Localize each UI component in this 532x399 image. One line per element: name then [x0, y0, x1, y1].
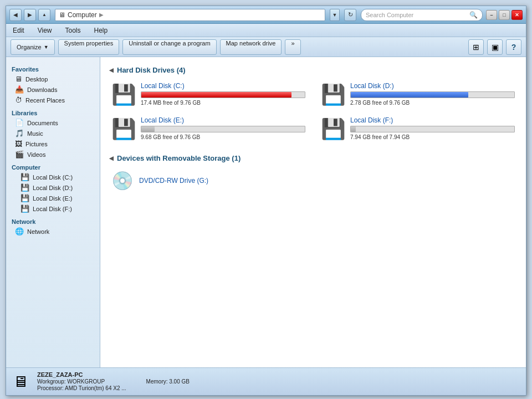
favorites-section: Favorites: [6, 64, 100, 74]
back-button[interactable]: ◀: [9, 9, 22, 21]
window-controls: – □ ✕: [486, 10, 523, 20]
search-icon: 🔍: [469, 11, 478, 19]
sidebar-item-d[interactable]: 💾 Local Disk (D:): [6, 182, 100, 193]
address-dropdown[interactable]: ▼: [330, 9, 340, 21]
sidebar-recent-label: Recent Places: [25, 97, 65, 104]
processor-info: Processor: AMD Turion(tm) 64 X2 ...: [37, 385, 126, 391]
menu-view[interactable]: View: [34, 25, 55, 35]
close-button[interactable]: ✕: [511, 10, 523, 20]
sidebar-downloads-label: Downloads: [27, 86, 57, 93]
help-button[interactable]: ?: [506, 39, 521, 55]
disk-e-bar: [141, 126, 155, 132]
sidebar-item-f[interactable]: 💾 Local Disk (F:): [6, 203, 100, 214]
disk-f-bar-wrap: [350, 126, 515, 132]
sidebar-item-e[interactable]: 💾 Local Disk (E:): [6, 193, 100, 203]
disk-c-item[interactable]: 💾 Local Disk (C:) 17.4 MB free of 9.76 G…: [109, 80, 308, 109]
dvd-item[interactable]: 💿 DVD/CD-RW Drive (G:): [109, 168, 517, 193]
disk-grid: 💾 Local Disk (C:) 17.4 MB free of 9.76 G…: [109, 80, 517, 143]
system-properties-button[interactable]: System properties: [58, 39, 120, 55]
sidebar-item-downloads[interactable]: 📥 Downloads: [6, 84, 100, 95]
disk-d-free: 2.78 GB free of 9.76 GB: [350, 100, 515, 106]
dvd-icon: 💿: [111, 170, 134, 191]
address-text: Computer: [68, 11, 97, 19]
sidebar-item-network[interactable]: 🌐 Network: [6, 226, 100, 237]
organize-arrow: ▼: [44, 44, 49, 50]
disk-e-item[interactable]: 💾 Local Disk (E:) 9.68 GB free of 9.76 G…: [109, 114, 308, 143]
disk-e-name: Local Disk (E:): [141, 116, 305, 124]
disk-e-info: Local Disk (E:) 9.68 GB free of 9.76 GB: [141, 116, 305, 140]
map-network-button[interactable]: Map network drive: [220, 39, 282, 55]
view-toggle-button[interactable]: ⊞: [468, 39, 484, 55]
sidebar-pictures-label: Pictures: [25, 141, 48, 147]
disk-d-info: Local Disk (D:) 2.78 GB free of 9.76 GB: [350, 82, 515, 106]
sidebar-item-desktop[interactable]: 🖥 Desktop: [6, 74, 100, 84]
sidebar-item-videos[interactable]: 🎬 Videos: [6, 149, 100, 160]
network-section: Network: [6, 216, 100, 226]
more-button[interactable]: »: [285, 39, 300, 55]
preview-button[interactable]: ▣: [487, 39, 503, 55]
libraries-section: Libraries: [6, 108, 100, 117]
videos-icon: 🎬: [15, 150, 24, 158]
menu-help[interactable]: Help: [91, 25, 111, 35]
main-area: Favorites 🖥 Desktop 📥 Downloads ⏱ Recent…: [6, 57, 526, 367]
hard-disk-arrow[interactable]: ◀: [109, 67, 114, 73]
sidebar-videos-label: Videos: [27, 151, 45, 158]
menubar: Edit View Tools Help: [6, 24, 526, 37]
disk-c-bar: [141, 92, 291, 98]
disk-f-item[interactable]: 💾 Local Disk (F:) 7.94 GB free of 7.94 G…: [319, 114, 517, 143]
sidebar: Favorites 🖥 Desktop 📥 Downloads ⏱ Recent…: [6, 57, 100, 367]
maximize-button[interactable]: □: [499, 10, 510, 20]
disk-c-name: Local Disk (C:): [141, 82, 305, 90]
search-bar[interactable]: Search Computer 🔍: [361, 9, 483, 21]
music-icon: 🎵: [15, 129, 24, 137]
sidebar-item-music[interactable]: 🎵 Music: [6, 128, 100, 139]
status-info: ZEZE_ZAZA-PC Workgroup: WORKGROUP Proces…: [37, 371, 126, 392]
sidebar-d-label: Local Disk (D:): [33, 185, 73, 191]
disk-c-info: Local Disk (C:) 17.4 MB free of 9.76 GB: [141, 82, 305, 106]
computer-section: Computer: [6, 162, 100, 172]
documents-icon: 📄: [15, 119, 24, 127]
downloads-icon: 📥: [15, 85, 24, 94]
disk-d-item[interactable]: 💾 Local Disk (D:) 2.78 GB free of 9.76 G…: [319, 80, 517, 109]
network-icon: 🌐: [15, 227, 24, 236]
organize-label: Organize: [17, 44, 42, 50]
removable-title: Devices with Removable Storage (1): [117, 154, 241, 162]
sidebar-item-documents[interactable]: 📄 Documents: [6, 117, 100, 128]
uninstall-button[interactable]: Uninstall or change a program: [122, 39, 216, 55]
address-bar[interactable]: 🖥 Computer ▶: [55, 9, 325, 21]
hard-disk-header: ◀ Hard Disk Drives (4): [109, 66, 517, 74]
sidebar-c-label: Local Disk (C:): [33, 174, 73, 181]
minimize-button[interactable]: –: [486, 10, 497, 20]
desktop-icon: 🖥: [15, 75, 22, 83]
content-area: ◀ Hard Disk Drives (4) 💾 Local Disk (C:)…: [100, 57, 526, 367]
workgroup-info: Workgroup: WORKGROUP: [37, 378, 126, 385]
menu-tools[interactable]: Tools: [62, 25, 84, 35]
disk-c-bar-wrap: [141, 91, 305, 98]
removable-section: ◀ Devices with Removable Storage (1) 💿 D…: [109, 154, 517, 193]
memory-label: Memory: 3.00 GB: [146, 378, 190, 385]
statusbar: 🖥 ZEZE_ZAZA-PC Workgroup: WORKGROUP Proc…: [6, 367, 526, 395]
disk-d-bar-wrap: [350, 91, 515, 98]
refresh-button[interactable]: ↻: [344, 9, 356, 21]
sidebar-item-c[interactable]: 💾 Local Disk (C:): [6, 172, 100, 182]
disk-f-info: Local Disk (F:) 7.94 GB free of 7.94 GB: [350, 116, 515, 140]
removable-arrow[interactable]: ◀: [109, 155, 114, 161]
organize-button[interactable]: Organize ▼: [11, 39, 55, 55]
sidebar-item-recent[interactable]: ⏱ Recent Places: [6, 95, 100, 105]
up-button[interactable]: ▲: [38, 9, 50, 21]
toolbar: Organize ▼ System properties Uninstall o…: [6, 37, 526, 57]
disk-f-large-icon: 💾: [321, 117, 346, 141]
disk-e-icon: 💾: [21, 194, 29, 202]
disk-c-free: 17.4 MB free of 9.76 GB: [141, 100, 305, 106]
menu-edit[interactable]: Edit: [9, 25, 28, 35]
disk-c-icon: 💾: [21, 173, 29, 181]
disk-d-icon: 💾: [21, 183, 29, 192]
disk-e-free: 9.68 GB free of 9.76 GB: [141, 134, 305, 140]
sidebar-f-label: Local Disk (F:): [33, 206, 72, 212]
sidebar-item-pictures[interactable]: 🖼 Pictures: [6, 139, 100, 149]
disk-e-bar-wrap: [141, 126, 305, 132]
forward-button[interactable]: ▶: [24, 9, 36, 21]
disk-d-name: Local Disk (D:): [350, 82, 515, 90]
memory-info: Memory: 3.00 GB: [146, 378, 190, 385]
titlebar: ◀ ▶ ▲ 🖥 Computer ▶ ▼ ↻ Search Computer 🔍…: [6, 6, 526, 24]
